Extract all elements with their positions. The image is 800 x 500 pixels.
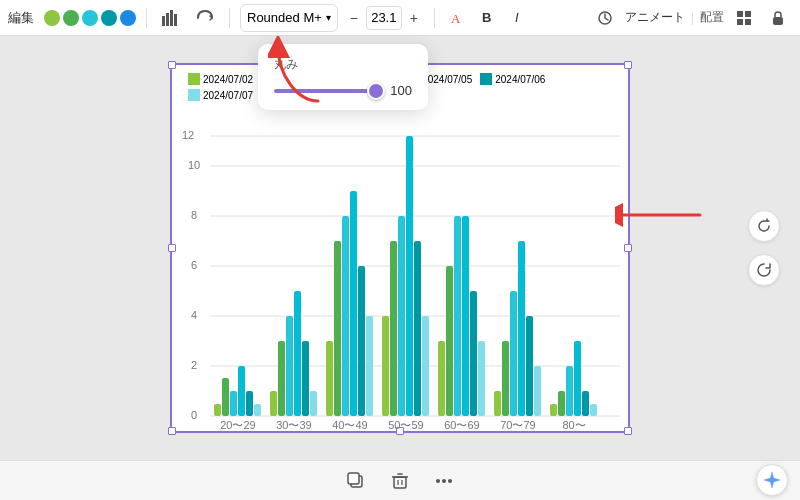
color-dot-4[interactable] [120,10,136,26]
color-dot-3[interactable] [101,10,117,26]
separator-2 [229,8,230,28]
svg-rect-10 [773,17,783,25]
svg-rect-32 [278,341,285,416]
svg-rect-38 [334,241,341,416]
sparkle-btn[interactable] [756,464,788,496]
legend-color-4 [480,73,492,85]
svg-text:8: 8 [191,209,197,221]
font-size-controls: − + [344,6,424,30]
svg-rect-55 [494,391,501,416]
svg-text:50〜59: 50〜59 [388,419,423,431]
svg-rect-42 [366,316,373,416]
svg-text:6: 6 [191,259,197,271]
legend-label-3: 2024/07/05 [422,74,472,85]
legend-label-0: 2024/07/02 [203,74,253,85]
text-color-icon-btn[interactable]: A [445,6,469,30]
svg-rect-27 [230,391,237,416]
legend-color-5 [188,89,200,101]
svg-rect-39 [342,216,349,416]
color-dot-1[interactable] [63,10,79,26]
svg-rect-43 [382,316,389,416]
svg-text:40〜49: 40〜49 [332,419,367,431]
color-dot-0[interactable] [44,10,60,26]
copy-btn[interactable] [340,465,372,497]
svg-rect-44 [390,241,397,416]
svg-rect-30 [254,404,261,416]
svg-rect-65 [582,391,589,416]
svg-text:0: 0 [191,409,197,421]
font-selector[interactable]: Rounded M+ ▾ [240,4,338,32]
svg-rect-52 [462,216,469,416]
svg-text:A: A [451,11,461,26]
font-size-input[interactable] [366,6,402,30]
svg-rect-46 [406,136,413,416]
bold-btn[interactable]: B [475,6,499,30]
svg-rect-37 [326,341,333,416]
rounded-icon-btn[interactable] [191,4,219,32]
refresh-btn[interactable] [748,210,780,242]
svg-rect-28 [238,366,245,416]
svg-rect-31 [270,391,277,416]
svg-point-82 [442,479,446,483]
svg-rect-53 [470,291,477,416]
svg-text:4: 4 [191,309,197,321]
animate-icon-btn[interactable] [591,4,619,32]
handle-tl[interactable] [168,61,176,69]
svg-rect-41 [358,266,365,416]
svg-text:10: 10 [188,159,200,171]
svg-rect-25 [214,404,221,416]
font-name: Rounded M+ [247,10,322,25]
svg-rect-40 [350,191,357,416]
slider-thumb[interactable] [367,82,385,100]
svg-rect-58 [518,241,525,416]
grid-icon-btn[interactable] [730,4,758,32]
svg-rect-9 [745,19,751,25]
svg-text:70〜79: 70〜79 [500,419,535,431]
svg-rect-60 [534,366,541,416]
svg-rect-57 [510,291,517,416]
edit-label: 編集 [8,9,34,27]
rotate-btn[interactable] [748,254,780,286]
font-size-increase-btn[interactable]: + [404,8,424,28]
italic-btn[interactable]: I [505,6,529,30]
svg-rect-61 [550,404,557,416]
svg-rect-35 [302,341,309,416]
popover-title: 丸み [274,56,412,73]
svg-rect-6 [737,11,743,17]
svg-point-81 [436,479,440,483]
font-size-decrease-btn[interactable]: − [344,8,364,28]
svg-rect-33 [286,316,293,416]
animate-label: アニメート [625,9,685,26]
toolbar-right: アニメート | 配置 [591,4,792,32]
svg-rect-63 [566,366,573,416]
svg-rect-1 [166,13,169,26]
svg-text:60〜69: 60〜69 [444,419,479,431]
svg-rect-48 [422,316,429,416]
delete-btn[interactable] [384,465,416,497]
divider: | [691,11,694,25]
svg-rect-62 [558,391,565,416]
slider-track[interactable] [274,89,376,93]
lock-icon-btn[interactable] [764,4,792,32]
svg-point-83 [448,479,452,483]
legend-item-5: 2024/07/07 [188,89,253,101]
layout-label[interactable]: 配置 [700,9,724,26]
more-btn[interactable] [428,465,460,497]
color-dot-2[interactable] [82,10,98,26]
slider-value: 100 [384,83,412,98]
svg-text:12: 12 [182,129,194,141]
svg-text:2: 2 [191,359,197,371]
handle-tr[interactable] [624,61,632,69]
svg-text:30〜39: 30〜39 [276,419,311,431]
svg-rect-29 [246,391,253,416]
svg-rect-2 [170,10,173,26]
svg-rect-8 [737,19,743,25]
svg-rect-54 [478,341,485,416]
legend-item-0: 2024/07/02 [188,73,253,85]
svg-text:20〜29: 20〜29 [220,419,255,431]
chart-container[interactable]: 2024/07/02 2024/07/03 2024/07/04 2024/07… [170,63,630,433]
svg-rect-49 [438,341,445,416]
svg-rect-56 [502,341,509,416]
svg-rect-64 [574,341,581,416]
bar-chart-icon-btn[interactable] [157,4,185,32]
